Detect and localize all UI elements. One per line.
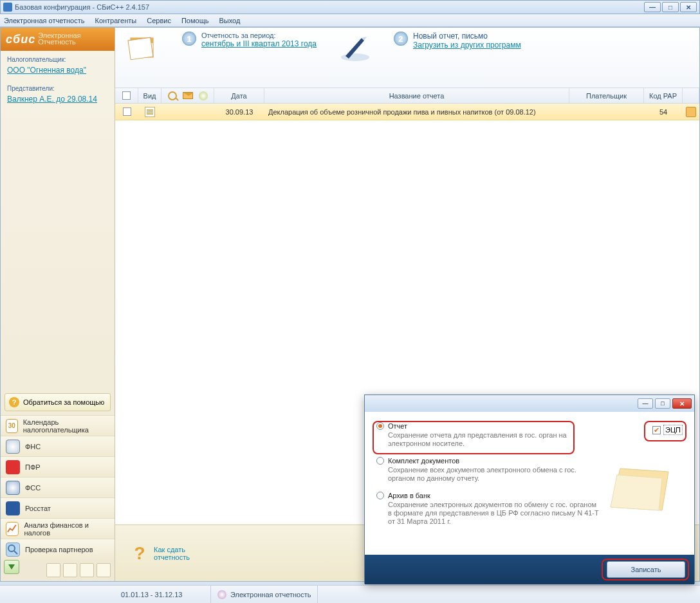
step-2-number: 2 — [394, 32, 408, 46]
document-icon — [145, 107, 155, 117]
step-1-period-link[interactable]: сентябрь и III квартал 2013 года — [201, 39, 317, 48]
grid-header-type[interactable]: Вид — [138, 88, 161, 103]
logo: сбис ЭлектроннаяОтчетность — [1, 28, 115, 51]
row-name: Декларация об объеме розничной продажи п… — [264, 104, 569, 120]
grid-header-checkbox[interactable] — [115, 88, 138, 103]
step-1: 1 Отчетность за период: сентябрь и III к… — [182, 32, 317, 48]
calendar-illustration — [124, 32, 163, 64]
grid-header-icons — [161, 88, 214, 103]
radio-bank-archive[interactable] — [376, 492, 384, 499]
row-code: 54 — [644, 104, 683, 120]
grid-header: Вид Дата Название отчета Плательщик Код … — [115, 88, 699, 104]
dialog-footer: Записать — [365, 555, 694, 584]
status-icon[interactable] — [197, 90, 210, 102]
menu-contractors[interactable]: Контрагенты — [95, 17, 136, 24]
row-action-icon[interactable] — [686, 107, 696, 117]
close-button[interactable]: ✕ — [680, 2, 697, 12]
badge-icon — [63, 563, 77, 577]
grid-header-code[interactable]: Код РАР — [644, 88, 683, 103]
sidebar-item-finance[interactable]: Анализ финансов и налогов — [1, 518, 115, 539]
pen-illustration — [336, 32, 374, 64]
svg-line-1 — [14, 551, 17, 554]
step-2: 2 Новый отчет, письмо Загрузить из други… — [394, 32, 521, 50]
save-dialog: — □ ✕ ✔ ЭЦП Отчет Сохранение отчета для … — [364, 394, 695, 584]
maximize-button[interactable]: □ — [662, 2, 679, 12]
grid-header-action — [683, 88, 699, 103]
taxpayer-block: Налогоплательщик: ООО "Огненная вода" — [1, 51, 115, 81]
svg-rect-4 — [128, 37, 153, 60]
option-report[interactable]: Отчет Сохранение отчета для представлени… — [376, 422, 683, 448]
logo-brand: сбис — [6, 33, 35, 46]
badge-icon — [97, 563, 111, 577]
calendar-icon: 30 — [6, 419, 18, 433]
menu-service[interactable]: Сервис — [147, 17, 171, 24]
taxpayer-label: Налогоплательщик: — [7, 56, 108, 63]
sidebar-item-partners[interactable]: Проверка партнеров — [1, 539, 115, 559]
radio-document-set[interactable] — [376, 457, 384, 465]
status-period: 01.01.13 - 31.12.13 — [115, 586, 211, 603]
svg-point-0 — [8, 545, 15, 552]
window-titlebar: Базовая конфигурация - СБиС++ 2.4.157 — … — [0, 0, 700, 14]
sidebar-item-rosstat[interactable]: Росстат — [1, 497, 115, 518]
representative-link[interactable]: Валкнер А.Е. до 29.08.14 — [7, 95, 97, 104]
app-icon — [3, 3, 12, 12]
chart-icon — [6, 522, 19, 536]
save-button[interactable]: Записать — [607, 561, 685, 578]
module-icon — [217, 590, 226, 599]
representatives-block: Представители: Валкнер А.Е. до 29.08.14 — [1, 81, 115, 107]
logo-subtitle: ЭлектроннаяОтчетность — [38, 33, 81, 46]
step-2-new-report-link[interactable]: Новый отчет, письмо — [413, 32, 521, 41]
dialog-close-button[interactable]: ✕ — [672, 398, 692, 409]
rosstat-icon — [6, 501, 20, 515]
dialog-titlebar: — □ ✕ — [365, 395, 694, 412]
steps-header: 1 Отчетность за период: сентябрь и III к… — [115, 28, 699, 88]
statusbar: 01.01.13 - 31.12.13 Электронная отчетнос… — [0, 585, 700, 603]
menu-help[interactable]: Помощь — [181, 17, 209, 24]
row-date: 30.09.13 — [214, 104, 264, 120]
row-payer — [569, 104, 644, 120]
dialog-maximize-button[interactable]: □ — [655, 398, 670, 409]
step-2-import-link[interactable]: Загрузить из других программ — [413, 41, 521, 50]
ecp-checkbox-group[interactable]: ✔ ЭЦП — [652, 425, 683, 435]
question-icon: ? — [9, 397, 19, 407]
radio-report[interactable] — [376, 422, 384, 430]
envelope-icon[interactable] — [181, 90, 194, 102]
download-button[interactable] — [4, 560, 19, 574]
grid-header-payer[interactable]: Плательщик — [569, 88, 644, 103]
svg-point-5 — [341, 53, 369, 61]
taxpayer-link[interactable]: ООО "Огненная вода" — [7, 66, 86, 75]
grid-header-date[interactable]: Дата — [214, 88, 264, 103]
howto-link[interactable]: Как сдатьотчетность — [154, 546, 190, 561]
sidebar-item-calendar[interactable]: 30 Календарь налогоплательщика — [1, 415, 115, 436]
representatives-label: Представители: — [7, 85, 108, 92]
fns-icon — [6, 440, 20, 454]
pfr-icon — [6, 460, 20, 474]
step-1-number: 1 — [182, 32, 196, 46]
help-request-button[interactable]: ? Обратиться за помощью — [5, 393, 111, 411]
minimize-button[interactable]: — — [644, 2, 661, 12]
menu-reports[interactable]: Электронная отчетность — [4, 17, 84, 24]
step-1-title: Отчетность за период: — [201, 32, 317, 39]
question-icon: ? — [128, 543, 151, 564]
dialog-minimize-button[interactable]: — — [638, 398, 653, 409]
search-icon[interactable] — [166, 90, 179, 102]
fss-icon — [6, 481, 20, 495]
folder-illustration — [598, 456, 681, 520]
badge-icon — [80, 563, 94, 577]
sidebar-item-fns[interactable]: ФНС — [1, 436, 115, 456]
badge-icon — [46, 563, 60, 577]
ecp-checkbox[interactable]: ✔ — [652, 426, 661, 434]
sidebar-item-fss[interactable]: ФСС — [1, 477, 115, 497]
table-row[interactable]: 30.09.13 Декларация об объеме розничной … — [115, 104, 699, 120]
sidebar-item-pfr[interactable]: ПФР — [1, 456, 115, 477]
status-module: Электронная отчетность — [211, 586, 318, 603]
sidebar: сбис ЭлектроннаяОтчетность Налогоплатель… — [1, 28, 115, 581]
help-request-label: Обратиться за помощью — [23, 398, 104, 406]
ecp-label: ЭЦП — [663, 425, 683, 435]
row-checkbox[interactable] — [123, 107, 131, 116]
menu-exit[interactable]: Выход — [219, 17, 240, 24]
menubar: Электронная отчетность Контрагенты Серви… — [0, 14, 700, 27]
window-title: Базовая конфигурация - СБиС++ 2.4.157 — [15, 3, 643, 11]
grid-header-name[interactable]: Название отчета — [264, 88, 569, 103]
sidebar-nav: 30 Календарь налогоплательщика ФНС ПФР Ф… — [1, 415, 115, 559]
